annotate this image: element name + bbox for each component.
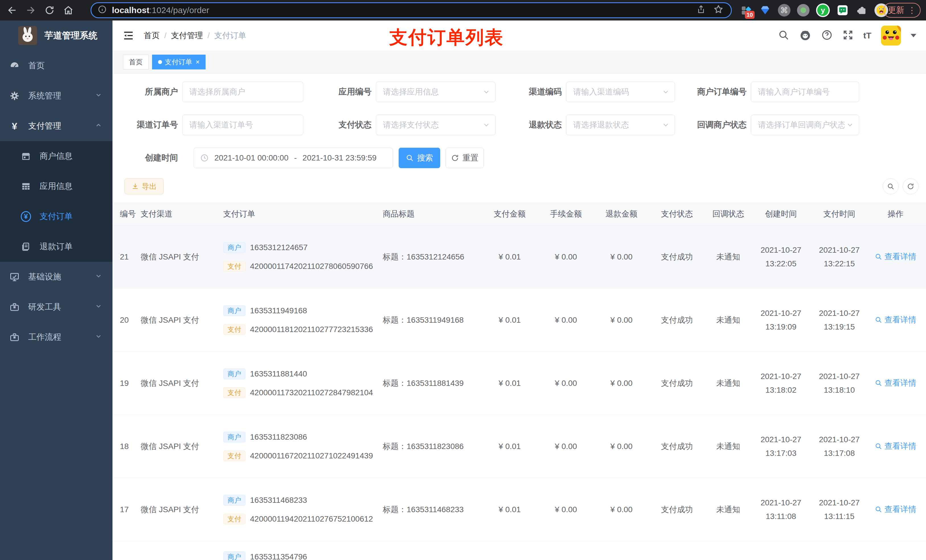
extension-chat-icon[interactable] [836, 4, 849, 17]
cell-amount: ¥ 0.01 [481, 505, 538, 514]
app-select[interactable] [376, 82, 495, 102]
site-info-icon[interactable] [98, 5, 107, 16]
font-size-icon[interactable]: tT [863, 31, 872, 41]
url-host: localhost [112, 5, 150, 15]
merchant-order-no: 1635311823086 [250, 433, 307, 442]
browser-forward-button[interactable] [24, 4, 37, 17]
cell-actions: 查看详情 [869, 504, 923, 515]
sidebar-item-merchant-info[interactable]: 商户信息 [0, 141, 112, 171]
sidebar-item-home[interactable]: 首页 [0, 51, 112, 81]
merchant-order-no: 1635311354796 [250, 552, 307, 560]
pay-tag: 支付 [223, 450, 245, 461]
view-detail-link[interactable]: 查看详情 [875, 377, 916, 388]
browser-home-button[interactable] [62, 4, 75, 17]
search-icon [875, 442, 882, 450]
url-bar[interactable]: localhost:1024/pay/order [91, 2, 732, 18]
help-icon[interactable] [821, 29, 832, 42]
update-label: 更新 [888, 5, 904, 16]
extension-y-icon[interactable]: y [816, 3, 830, 17]
breadcrumb-home[interactable]: 首页 [144, 30, 160, 41]
cell-fee: ¥ 0.00 [538, 442, 594, 451]
avatar[interactable] [881, 26, 901, 45]
close-icon[interactable]: × [196, 58, 200, 66]
github-icon[interactable] [799, 29, 811, 42]
cell-refund: ¥ 0.00 [594, 379, 649, 388]
tab-pay-order[interactable]: 支付订单 × [152, 54, 206, 69]
sidebar-item-label: 商户信息 [39, 151, 73, 162]
sidebar-item-system[interactable]: 系统管理 [0, 81, 112, 111]
refresh-table-button[interactable] [903, 178, 918, 194]
topbar: 首页 / 支付管理 / 支付订单 支付订单列表 [112, 21, 926, 51]
channel-code-select[interactable] [566, 82, 675, 102]
share-icon[interactable] [696, 5, 706, 16]
cell-title: 标题：1635311468233 [379, 504, 481, 515]
toggle-search-button[interactable] [883, 178, 899, 194]
view-detail-link[interactable]: 查看详情 [875, 504, 916, 515]
date-end: 2021-10-31 23:59:59 [303, 153, 377, 163]
chevron-down-icon [95, 302, 102, 312]
view-detail-link[interactable]: 查看详情 [875, 441, 916, 451]
cell-pay-time: 2021-10-2713:18:10 [810, 372, 869, 395]
cell-amount: ¥ 0.01 [481, 252, 538, 261]
cell-amount: ¥ 0.01 [481, 442, 538, 451]
notify-status-select[interactable] [751, 115, 859, 135]
table-row: 19 微信 JSAPI 支付 商户 1635311881440 支付 42000… [112, 352, 926, 415]
browser-extensions: 10 ⌘ y [740, 0, 888, 21]
create-time-range-picker[interactable]: 2021-10-01 00:00:00 - 2021-10-31 23:59:5… [194, 148, 393, 168]
browser-back-button[interactable] [6, 4, 18, 17]
search-button[interactable]: 搜索 [399, 148, 440, 168]
sidebar-item-infrastructure[interactable]: 基础设施 [0, 262, 112, 292]
cell-fee: ¥ 0.00 [538, 252, 594, 261]
view-detail-link[interactable]: 查看详情 [875, 251, 916, 262]
sidebar-collapse-button[interactable] [123, 30, 134, 41]
yen-circle-icon: ¥ [21, 211, 31, 222]
merchant-order-no-input[interactable] [751, 82, 859, 102]
cell-create-time: 2021-10-2713:18:02 [752, 372, 810, 395]
extension-gem-icon[interactable] [759, 4, 772, 17]
merchant-select[interactable] [182, 82, 303, 102]
browser-update-menu-button[interactable]: 更新 ⋮ [883, 3, 921, 18]
reset-button[interactable]: 重置 [446, 148, 484, 168]
channel-order-no-input[interactable] [182, 115, 303, 135]
tab-home[interactable]: 首页 [123, 54, 149, 69]
pay-tag: 支付 [223, 324, 245, 335]
sidebar-item-workflow[interactable]: 工作流程 [0, 322, 112, 352]
merchant-tag: 商户 [223, 368, 245, 379]
cell-fee: ¥ 0.00 [538, 379, 594, 388]
cell-refund: ¥ 0.00 [594, 442, 649, 451]
sidebar-item-dev-tools[interactable]: 研发工具 [0, 292, 112, 322]
filter-label-channel-order-no: 渠道订单号 [124, 115, 178, 135]
sidebar-item-app-info[interactable]: 应用信息 [0, 171, 112, 201]
document-icon [21, 242, 31, 252]
cell-pay-time: 2021-10-2713:19:15 [810, 309, 869, 332]
sidebar-item-payment[interactable]: ¥ 支付管理 [0, 111, 112, 141]
sidebar-item-pay-order[interactable]: ¥ 支付订单 [0, 201, 112, 232]
breadcrumb: 首页 / 支付管理 / 支付订单 [144, 30, 246, 41]
reload-icon [44, 5, 54, 15]
browser-reload-button[interactable] [43, 4, 56, 17]
extensions-puzzle-icon[interactable] [855, 4, 868, 17]
sidebar-item-label: 退款订单 [39, 241, 73, 252]
annotation-title: 支付订单列表 [389, 25, 504, 50]
pay-tag: 支付 [223, 387, 245, 398]
cell-create-time: 2021-10-2713:17:03 [752, 435, 810, 458]
extension-command-icon[interactable]: ⌘ [778, 4, 790, 17]
pay-status-select[interactable] [376, 115, 495, 135]
app-logo-row[interactable]: 芋道管理系统 [0, 21, 112, 51]
sidebar-item-refund-order[interactable]: 退款订单 [0, 232, 112, 262]
breadcrumb-payment[interactable]: 支付管理 [171, 30, 203, 41]
extension-devtools-icon[interactable]: 10 [740, 4, 752, 17]
view-detail-link[interactable]: 查看详情 [875, 314, 916, 325]
pay-order-no: 4200001174202110278060590766 [250, 262, 373, 271]
export-button[interactable]: 导出 [124, 178, 164, 194]
extension-recorder-icon[interactable] [797, 4, 809, 17]
search-icon[interactable] [778, 29, 789, 42]
cell-order: 商户 1635311354796 [219, 551, 379, 560]
cell-title: 标题：1635312124656 [379, 252, 481, 263]
avatar-caret-icon[interactable] [911, 34, 916, 37]
cell-order: 商户 1635311881440 支付 42000011732021102728… [219, 368, 379, 398]
fullscreen-icon[interactable] [842, 29, 854, 42]
bookmark-star-icon[interactable] [713, 4, 723, 17]
refund-status-select[interactable] [566, 115, 675, 135]
pay-order-no: 4200001173202110272847982104 [250, 388, 373, 397]
